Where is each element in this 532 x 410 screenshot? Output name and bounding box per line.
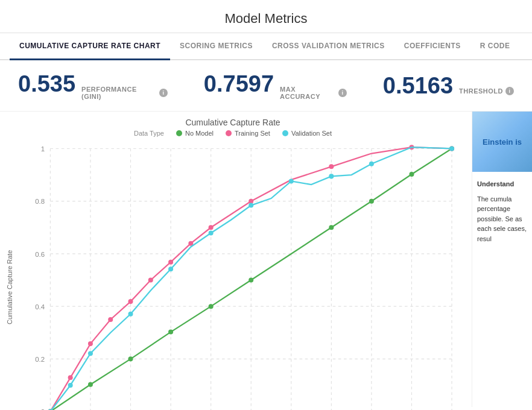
metric-accuracy: 0.7597 MAX ACCURACY i bbox=[204, 71, 347, 100]
legend-data-type-label: Data Type bbox=[134, 130, 164, 137]
svg-point-39 bbox=[249, 278, 253, 283]
svg-point-42 bbox=[409, 172, 414, 177]
tab-cumulative[interactable]: CUMULATIVE CAPTURE RATE CHART bbox=[10, 33, 170, 60]
legend-label: Training Set bbox=[235, 130, 270, 137]
tab-rcode[interactable]: R CODE bbox=[470, 33, 520, 60]
svg-point-61 bbox=[168, 266, 173, 271]
tab-scoring[interactable]: SCORING METRICS bbox=[170, 33, 262, 60]
svg-point-41 bbox=[369, 199, 374, 204]
sidebar-panel: Einstein is Understand The cumula percen… bbox=[472, 112, 532, 407]
metric-value-threshold: 0.5163 bbox=[383, 73, 453, 99]
chart-inner: .grid-line { stroke: #e0e0e0; stroke-wid… bbox=[16, 140, 466, 410]
metric-value-accuracy: 0.7597 bbox=[204, 71, 274, 97]
svg-point-63 bbox=[249, 203, 253, 208]
legend-item-training-set: Training Set bbox=[226, 130, 270, 137]
metric-gini: 0.535 PERFORMANCE (GINI) i bbox=[18, 71, 168, 100]
svg-point-45 bbox=[68, 375, 73, 380]
svg-point-38 bbox=[209, 304, 214, 309]
legend-label: No Model bbox=[185, 130, 214, 137]
svg-point-60 bbox=[128, 312, 133, 317]
metric-label-accuracy: MAX ACCURACY i bbox=[280, 86, 347, 100]
svg-point-47 bbox=[108, 317, 113, 322]
svg-point-65 bbox=[329, 174, 334, 178]
svg-point-50 bbox=[168, 260, 173, 265]
metric-threshold: 0.5163 THRESHOLD i bbox=[383, 73, 514, 99]
svg-point-64 bbox=[289, 178, 294, 183]
tab-bar: CUMULATIVE CAPTURE RATE CHARTSCORING MET… bbox=[0, 33, 532, 60]
chart-title: Cumulative Capture Rate bbox=[0, 118, 466, 127]
legend-item-validation-set: Validation Set bbox=[282, 130, 332, 137]
svg-point-58 bbox=[68, 383, 73, 388]
svg-point-49 bbox=[148, 278, 153, 283]
tab-coefficients[interactable]: COEFFICIENTS bbox=[394, 33, 470, 60]
legend-item-no-model: No Model bbox=[176, 130, 214, 137]
svg-point-48 bbox=[128, 299, 133, 304]
svg-point-62 bbox=[209, 230, 214, 235]
understand-title: Understand bbox=[477, 179, 527, 189]
svg-text:1: 1 bbox=[41, 145, 45, 153]
svg-point-36 bbox=[128, 356, 133, 361]
sidebar-text: Understand The cumula percentage possibl… bbox=[472, 172, 532, 251]
legend-dot bbox=[282, 130, 288, 136]
svg-point-67 bbox=[449, 146, 454, 151]
metric-label-gini: PERFORMANCE (GINI) i bbox=[81, 86, 168, 100]
svg-point-37 bbox=[168, 330, 173, 335]
chart-legend: Data Type No Model Training Set Validati… bbox=[0, 130, 466, 137]
svg-text:0.8: 0.8 bbox=[35, 198, 45, 205]
svg-text:0.4: 0.4 bbox=[35, 303, 45, 311]
svg-point-59 bbox=[88, 351, 93, 356]
main-content: Cumulative Capture Rate Data Type No Mod… bbox=[0, 112, 532, 407]
svg-point-53 bbox=[249, 199, 253, 204]
legend-dot bbox=[226, 130, 232, 136]
svg-point-54 bbox=[329, 164, 334, 169]
svg-text:0.6: 0.6 bbox=[35, 251, 45, 258]
svg-text:0.2: 0.2 bbox=[35, 356, 45, 363]
info-icon-accuracy[interactable]: i bbox=[338, 89, 347, 97]
sidebar-image-text: Einstein is bbox=[478, 133, 527, 151]
page-title: Model Metrics bbox=[0, 0, 532, 33]
svg-point-66 bbox=[369, 162, 374, 166]
svg-point-46 bbox=[88, 341, 93, 346]
legend-label: Validation Set bbox=[291, 130, 332, 137]
svg-point-40 bbox=[329, 225, 334, 230]
sidebar-description: The cumula percentage possible. Se as ea… bbox=[477, 194, 527, 244]
metric-label-threshold: THRESHOLD i bbox=[459, 87, 514, 95]
svg-point-35 bbox=[88, 382, 93, 387]
page-header: Model Metrics bbox=[0, 0, 532, 33]
metrics-bar: 0.535 PERFORMANCE (GINI) i 0.7597 MAX AC… bbox=[0, 60, 532, 112]
svg-point-52 bbox=[209, 225, 214, 230]
info-icon-threshold[interactable]: i bbox=[505, 87, 514, 95]
metric-value-gini: 0.535 bbox=[18, 71, 75, 97]
chart-container: Cumulative Capture Rate .grid-line { str… bbox=[6, 140, 466, 410]
info-icon-gini[interactable]: i bbox=[159, 89, 168, 97]
chart-area: Cumulative Capture Rate Data Type No Mod… bbox=[0, 112, 472, 407]
legend-dot bbox=[176, 130, 182, 136]
tab-cross[interactable]: CROSS VALIDATION METRICS bbox=[262, 33, 394, 60]
y-axis-label: Cumulative Capture Rate bbox=[6, 140, 13, 410]
sidebar-image: Einstein is bbox=[472, 112, 532, 172]
chart-svg: .grid-line { stroke: #e0e0e0; stroke-wid… bbox=[16, 140, 466, 410]
